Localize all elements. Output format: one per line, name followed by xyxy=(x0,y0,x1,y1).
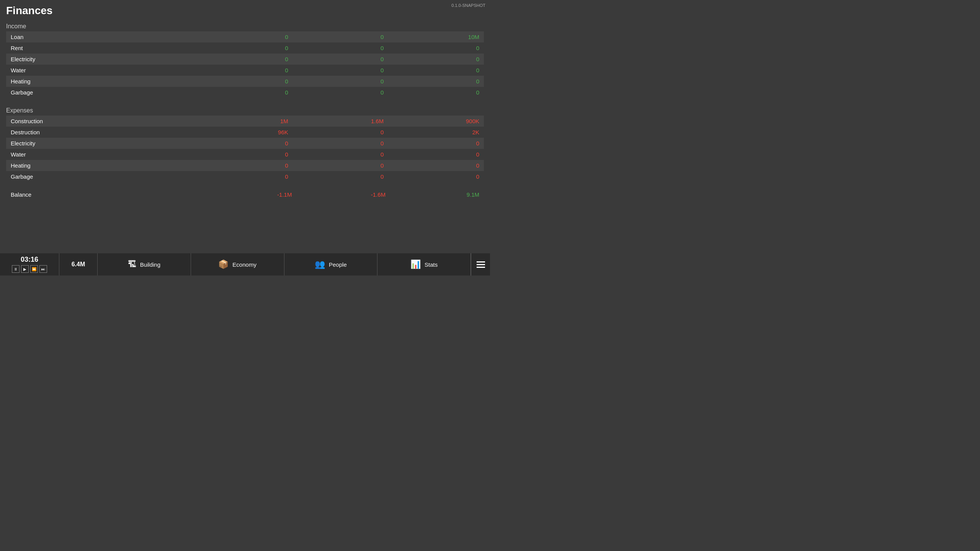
building-icon: 🏗 xyxy=(128,259,136,269)
version-label: 0.1.0-SNAPSHOT xyxy=(451,3,485,8)
income-row-name: Electricity xyxy=(6,54,197,65)
expenses-row-col2: 0 xyxy=(293,138,389,149)
income-row-name: Heating xyxy=(6,76,197,87)
fast-button[interactable]: ⏩ xyxy=(30,265,38,273)
income-row-col2: 0 xyxy=(293,76,389,87)
income-row: Water 0 0 0 xyxy=(6,65,484,76)
income-row-col2: 0 xyxy=(293,54,389,65)
stats-icon: 📊 xyxy=(410,259,421,269)
nav-tab-stats[interactable]: 📊 Stats xyxy=(377,253,471,276)
expenses-row-col3: 0 xyxy=(388,149,484,160)
time-section: 03:16 ⏸ ▶ ⏩ ⏭ xyxy=(0,253,59,276)
expenses-row-col1: 0 xyxy=(197,149,293,160)
nav-tab-economy[interactable]: 📦 Economy xyxy=(191,253,284,276)
income-row-col2: 0 xyxy=(293,31,389,42)
expenses-table: Construction 1M 1.6M 900K Destruction 96… xyxy=(6,116,484,182)
expenses-row: Garbage 0 0 0 xyxy=(6,171,484,182)
income-row-col1: 0 xyxy=(197,31,293,42)
income-row-name: Rent xyxy=(6,42,197,54)
income-row: Garbage 0 0 0 xyxy=(6,87,484,98)
income-section-header: Income xyxy=(6,23,484,30)
bottom-bar: 03:16 ⏸ ▶ ⏩ ⏭ 6.4M 🏗 Building 📦 Economy … xyxy=(0,253,490,276)
expenses-row-col1: 1M xyxy=(197,116,293,127)
people-icon: 👥 xyxy=(315,259,325,269)
fastest-button[interactable]: ⏭ xyxy=(39,265,47,273)
balance-label: Balance xyxy=(11,191,198,198)
main-content: Finances Income Loan 0 0 10M Rent 0 0 0 … xyxy=(0,0,490,226)
expenses-row-col3: 2K xyxy=(388,127,484,138)
expenses-row-col3: 0 xyxy=(388,171,484,182)
economy-icon: 📦 xyxy=(218,259,229,269)
income-row-col1: 0 xyxy=(197,65,293,76)
income-row-col2: 0 xyxy=(293,65,389,76)
nav-tabs: 🏗 Building 📦 Economy 👥 People 📊 Stats xyxy=(98,253,471,276)
expenses-row-col1: 0 xyxy=(197,160,293,171)
balance-col1: -1.1M xyxy=(198,191,292,198)
balance-col3: 9.1M xyxy=(385,191,479,198)
stats-label: Stats xyxy=(425,261,438,268)
expenses-row-col2: 0 xyxy=(293,160,389,171)
expenses-row-name: Electricity xyxy=(6,138,197,149)
play-button[interactable]: ▶ xyxy=(21,265,29,273)
pause-button[interactable]: ⏸ xyxy=(12,265,20,273)
nav-tab-people[interactable]: 👥 People xyxy=(284,253,378,276)
expenses-row-name: Garbage xyxy=(6,171,197,182)
expenses-row-col1: 96K xyxy=(197,127,293,138)
expenses-section-header: Expenses xyxy=(6,107,484,114)
income-row-col1: 0 xyxy=(197,76,293,87)
expenses-row-col2: 0 xyxy=(293,171,389,182)
expenses-row: Water 0 0 0 xyxy=(6,149,484,160)
income-row-col1: 0 xyxy=(197,42,293,54)
expenses-row: Heating 0 0 0 xyxy=(6,160,484,171)
balance-row: Balance -1.1M -1.6M 9.1M xyxy=(6,190,484,199)
income-row-name: Water xyxy=(6,65,197,76)
expenses-row-col2: 0 xyxy=(293,149,389,160)
time-controls: ⏸ ▶ ⏩ ⏭ xyxy=(12,265,47,273)
income-row-col3: 10M xyxy=(388,31,484,42)
expenses-row-col3: 0 xyxy=(388,138,484,149)
economy-label: Economy xyxy=(232,261,256,268)
section-spacer xyxy=(6,98,484,104)
income-row-col3: 0 xyxy=(388,42,484,54)
income-row-col3: 0 xyxy=(388,54,484,65)
expenses-row-col1: 0 xyxy=(197,138,293,149)
income-row: Heating 0 0 0 xyxy=(6,76,484,87)
page-title: Finances xyxy=(6,5,484,17)
menu-button[interactable] xyxy=(471,253,490,276)
income-row-col2: 0 xyxy=(293,87,389,98)
income-row-col2: 0 xyxy=(293,42,389,54)
time-display: 03:16 xyxy=(21,256,38,263)
expenses-row-col2: 0 xyxy=(293,127,389,138)
income-row: Rent 0 0 0 xyxy=(6,42,484,54)
nav-tab-building[interactable]: 🏗 Building xyxy=(98,253,191,276)
income-row-name: Loan xyxy=(6,31,197,42)
expenses-row-name: Water xyxy=(6,149,197,160)
balance-col2: -1.6M xyxy=(292,191,385,198)
expenses-row-name: Destruction xyxy=(6,127,197,138)
income-row-name: Garbage xyxy=(6,87,197,98)
income-row-col3: 0 xyxy=(388,87,484,98)
money-display: 6.4M xyxy=(59,253,98,276)
expenses-row-col1: 0 xyxy=(197,171,293,182)
income-row-col3: 0 xyxy=(388,76,484,87)
building-label: Building xyxy=(140,261,160,268)
income-row-col1: 0 xyxy=(197,87,293,98)
income-row-col1: 0 xyxy=(197,54,293,65)
income-table: Loan 0 0 10M Rent 0 0 0 Electricity 0 0 … xyxy=(6,31,484,98)
expenses-row-col3: 0 xyxy=(388,160,484,171)
expenses-row-col3: 900K xyxy=(388,116,484,127)
income-row: Loan 0 0 10M xyxy=(6,31,484,42)
income-row: Electricity 0 0 0 xyxy=(6,54,484,65)
expenses-row-name: Heating xyxy=(6,160,197,171)
expenses-row: Electricity 0 0 0 xyxy=(6,138,484,149)
expenses-row: Destruction 96K 0 2K xyxy=(6,127,484,138)
people-label: People xyxy=(329,261,347,268)
expenses-row-col2: 1.6M xyxy=(293,116,389,127)
hamburger-icon xyxy=(477,261,485,268)
income-row-col3: 0 xyxy=(388,65,484,76)
expenses-row-name: Construction xyxy=(6,116,197,127)
expenses-row: Construction 1M 1.6M 900K xyxy=(6,116,484,127)
